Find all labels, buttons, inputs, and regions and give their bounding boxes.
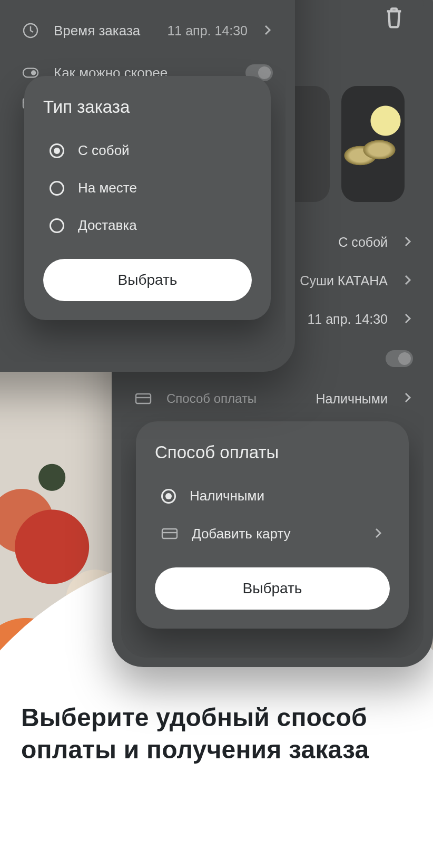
- payment-method-modal: Способ оплаты Наличными Добавить карту В…: [136, 421, 409, 629]
- svg-rect-0: [136, 394, 151, 403]
- option-add-card[interactable]: Добавить карту: [155, 515, 390, 553]
- row-value: 11 апр. 14:30: [307, 312, 388, 327]
- order-type-modal: Тип заказа С собой На месте Доставка Выб…: [24, 76, 271, 320]
- row-label: Способ оплаты: [166, 391, 301, 406]
- radio-selected-icon: [161, 489, 176, 504]
- row-value: Наличными: [316, 391, 388, 407]
- chevron-right-icon: [402, 235, 413, 250]
- option-label: На месте: [78, 180, 137, 196]
- row-label: Время заказа: [54, 23, 152, 39]
- product-card-mussels[interactable]: [341, 86, 405, 202]
- option-cash[interactable]: Наличными: [155, 477, 390, 515]
- row-payment[interactable]: Способ оплаты Наличными: [121, 379, 424, 419]
- svg-rect-1: [162, 529, 177, 538]
- option-dinein[interactable]: На месте: [43, 169, 252, 207]
- option-label: С собой: [78, 142, 130, 159]
- radio-icon: [50, 218, 64, 233]
- row-value: 11 апр. 14:30: [167, 23, 248, 38]
- row-value: С собой: [338, 235, 388, 250]
- svg-point-4: [31, 70, 36, 75]
- card-icon: [135, 390, 152, 407]
- radio-icon: [50, 181, 64, 196]
- chevron-right-icon: [262, 23, 273, 39]
- toggle-icon[interactable]: [386, 350, 413, 367]
- modal-title: Способ оплаты: [155, 442, 390, 462]
- select-button[interactable]: Выбрать: [155, 567, 390, 610]
- option-label: Добавить карту: [192, 526, 359, 542]
- option-label: Доставка: [78, 217, 137, 234]
- trash-icon[interactable]: [383, 6, 405, 29]
- chevron-right-icon: [373, 526, 383, 542]
- mussels-thumb: [341, 86, 405, 202]
- chevron-right-icon: [402, 274, 413, 288]
- promo-headline: Выберите удобный способ оплаты и получен…: [21, 701, 412, 766]
- modal-title: Тип заказа: [43, 97, 252, 117]
- option-takeaway[interactable]: С собой: [43, 132, 252, 169]
- clock-icon: [22, 22, 39, 39]
- select-button[interactable]: Выбрать: [43, 259, 252, 301]
- chevron-right-icon: [402, 391, 413, 406]
- row-value: Суши КАТАНА: [300, 273, 388, 288]
- phone-mock-front: Время заказа 11 апр. 14:30 Как можно ско…: [0, 0, 295, 372]
- option-label: Наличными: [190, 488, 264, 504]
- option-delivery[interactable]: Доставка: [43, 207, 252, 244]
- card-icon: [161, 525, 178, 542]
- chevron-right-icon: [402, 312, 413, 327]
- radio-selected-icon: [50, 143, 64, 158]
- row-order-time[interactable]: Время заказа 11 апр. 14:30: [9, 9, 286, 52]
